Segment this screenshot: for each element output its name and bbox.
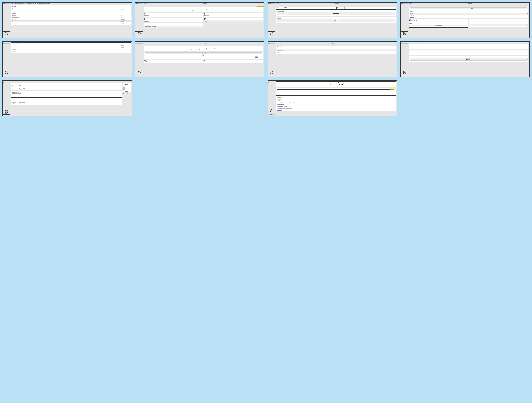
domain-row[interactable]: joradjerome.comRegistered externallyShar… bbox=[12, 11, 130, 13]
tab-addons[interactable]: Addons bbox=[342, 4, 344, 5]
chevron-right-icon: › bbox=[130, 19, 130, 20]
domain-row[interactable]: arkitect.orgAutorenews in 8 monthsForwar… bbox=[12, 9, 130, 11]
nav-domains[interactable]: Domains bbox=[135, 3, 143, 4]
chevron-right-icon: › bbox=[130, 17, 130, 18]
screen-domains-list: Domains Servers Cloud Hi Matt! ⦿ Need he… bbox=[2, 2, 132, 38]
history-item[interactable]: → Whois for raptorbeast.com8 days ago fr… bbox=[277, 100, 395, 102]
chevron-right-icon: › bbox=[130, 15, 130, 16]
history-item[interactable]: → Whois for mattfallen.com1 month ago fr… bbox=[277, 104, 395, 106]
help-textarea[interactable]: What's going on? bbox=[277, 89, 395, 93]
tab-hosting[interactable]: Hosting bbox=[331, 4, 333, 5]
tab-account[interactable]: Account bbox=[12, 81, 14, 82]
avatar-icon[interactable] bbox=[5, 110, 8, 113]
server-row[interactable]: DreamPressAutorenews in 10 daysraptorbea… bbox=[12, 48, 130, 50]
history-item[interactable]: → Success upgrading WordPress on your si… bbox=[277, 98, 395, 100]
external-icon[interactable]: ↗ bbox=[263, 3, 263, 4]
tab-overview[interactable]: Overview bbox=[461, 4, 463, 5]
chevron-right-icon: › bbox=[130, 23, 130, 24]
tab-ssh-keys[interactable]: SSH Keys bbox=[338, 43, 340, 44]
close-icon[interactable]: × bbox=[130, 3, 131, 4]
history-item[interactable]: → Domain "mattfallen.com" will be auto-r… bbox=[277, 108, 395, 110]
screen-account: DomainsServersCloud Hi Matt!⦿ Need help?… bbox=[2, 80, 132, 116]
user-row[interactable]: user193u731raptorbeast.com, pizzayla.com… bbox=[276, 49, 396, 51]
tab-affiliate-center[interactable]: Affiliate Center bbox=[20, 81, 24, 82]
user-row[interactable]: user184912u Adminraptorbeast.com bbox=[277, 47, 395, 49]
tab-hosting[interactable]: Hosting bbox=[464, 4, 466, 5]
tab-addons[interactable]: Addons bbox=[210, 4, 212, 5]
nav-cloud[interactable]: Cloud bbox=[135, 6, 143, 7]
need-help[interactable]: ⦿ Need help? bbox=[135, 37, 143, 38]
nav-servers[interactable]: Servers bbox=[135, 4, 143, 6]
tab-domain[interactable]: Domain bbox=[466, 4, 468, 5]
tab-overview[interactable]: Overview bbox=[328, 4, 330, 5]
dns-row[interactable]: cdn CNAMEDomain cloud to dreamhost.com bbox=[410, 11, 528, 12]
screen-vps-users: DomainsServersCloud Hi Matt!⦿ Need help?… bbox=[268, 41, 397, 77]
user-row[interactable]: user193u731No domains bbox=[277, 51, 395, 53]
change-config-button[interactable]: Change Configuration bbox=[333, 13, 339, 14]
screen-user-detail: DomainsServersCloud Hi Matt!⦿ Need help?… bbox=[400, 41, 530, 77]
dns-row[interactable]: home CNAMEmattfallen.github.ioRemove × bbox=[409, 12, 528, 14]
screen-help: DomainsServersCloud Hi Matt!⦿ Need help?… bbox=[268, 80, 397, 116]
spinner-icon bbox=[71, 37, 72, 37]
promo-banner: Managed VPS Hosting with SSDs has arrive… bbox=[10, 3, 132, 4]
need-help[interactable]: ⦿ Need help? bbox=[3, 37, 10, 38]
tab-hosting[interactable]: Hosting bbox=[198, 4, 200, 5]
history-item[interactable]: ← DreamHost Web Panel Access Granted1 mo… bbox=[277, 106, 395, 108]
tab-overview[interactable]: Overview bbox=[199, 43, 202, 44]
tab-overview[interactable]: Overview bbox=[332, 43, 335, 44]
server-row[interactable]: Shared ServerAutorenews in 7 months4 Dom… bbox=[12, 44, 130, 46]
chevron-right-icon: › bbox=[130, 13, 130, 14]
avatar-icon[interactable] bbox=[5, 32, 8, 35]
tab-applications[interactable]: Applications bbox=[206, 4, 209, 5]
domain-row[interactable]: jeromecycles.comAutorenews in 9 monthsWo… bbox=[12, 13, 130, 15]
server-row[interactable]: VPSMonth to Month3 Domains› bbox=[12, 46, 130, 48]
screen-domain-domain: DomainsServersCloud Hi Matt!⦿ Need help?… bbox=[400, 2, 530, 38]
user-greet: Hi Matt! bbox=[3, 36, 10, 36]
tab-users[interactable]: Users bbox=[203, 43, 204, 44]
sticky-note: Add Databases Add Sharing bbox=[257, 6, 264, 6]
tab-domain[interactable]: Domain bbox=[334, 4, 336, 5]
search-button[interactable]: Search bbox=[339, 84, 342, 85]
dns-row[interactable]: readinglist CNAMEbumps.tumblr.com bbox=[410, 14, 528, 16]
remove-icon: × bbox=[527, 13, 528, 14]
nav-cloud[interactable]: Cloud bbox=[3, 6, 10, 7]
chevron-right-icon: › bbox=[130, 8, 130, 8]
sidebar: Domains Servers Cloud Hi Matt! ⦿ Need he… bbox=[3, 3, 10, 38]
domain-row[interactable]: raptorbeast.com› bbox=[410, 51, 528, 53]
wiki-search-input[interactable] bbox=[330, 84, 339, 85]
domain-row[interactable]: mattfellen.dreamhosters.comFree DomainPa… bbox=[12, 17, 130, 19]
tab-ssh-keys[interactable]: SSH Keys bbox=[205, 43, 207, 44]
screen-servers-list: DomainsServersCloud Hi Matt!⦿ Need help?… bbox=[2, 41, 132, 77]
nav-domains[interactable]: Domains bbox=[3, 3, 10, 4]
chevron-right-icon: › bbox=[130, 21, 130, 22]
domain-row[interactable]: raptorbeast.comAutorenews in 4 monthsSha… bbox=[11, 20, 131, 22]
back-link[interactable]: ← All Domains bbox=[144, 3, 147, 4]
domain-row[interactable]: wearenotstrangers.comExpires in 20 daysN… bbox=[12, 22, 130, 24]
domain-row[interactable]: pupstrition4dogs.comAutorenews in 9 mont… bbox=[12, 19, 130, 20]
tab-users[interactable]: Users bbox=[335, 43, 337, 44]
nav-servers[interactable]: Servers bbox=[3, 4, 10, 6]
add-domain[interactable]: + Add new domain bbox=[17, 6, 21, 6]
tab-gift-cards[interactable]: Gift Cards bbox=[17, 81, 20, 82]
tab-mail[interactable]: Mail bbox=[469, 4, 470, 5]
tab-overview[interactable]: Overview bbox=[195, 4, 198, 5]
traffic-chart bbox=[144, 6, 263, 12]
tab-domain[interactable]: Domain bbox=[201, 4, 203, 5]
server-row[interactable]: Unmanaged VPSPay by UsageNo Domains› bbox=[12, 50, 130, 52]
page-title: Your Domains bbox=[12, 6, 16, 7]
history-item[interactable]: → New policy for Spam and Trash email re… bbox=[277, 102, 395, 104]
domain-row[interactable]: mattfellen.comAutorenews in 4 monthsShar… bbox=[12, 15, 130, 17]
avatar-icon[interactable] bbox=[138, 32, 141, 35]
tab-backup[interactable]: Backup bbox=[14, 81, 16, 82]
tab-addons[interactable]: Addons bbox=[475, 4, 477, 5]
add-ssl-button[interactable]: Add SSL Certificate bbox=[333, 20, 339, 21]
tab-mail[interactable]: Mail bbox=[336, 4, 338, 5]
tab-mail[interactable]: Mail bbox=[204, 4, 205, 5]
submit-button[interactable]: Submit bbox=[277, 94, 280, 95]
tab-applications[interactable]: Applications bbox=[471, 4, 474, 5]
domain-row[interactable]: pizzayla.com› bbox=[410, 53, 528, 54]
domain-row[interactable]: ordogcatalker.comRegistered externallySh… bbox=[12, 7, 130, 9]
footer: SupportStatusWikiForum bbox=[10, 36, 132, 38]
wireframe-grid: Domains Servers Cloud Hi Matt! ⦿ Need he… bbox=[2, 2, 530, 116]
tab-applications[interactable]: Applications bbox=[339, 4, 342, 5]
